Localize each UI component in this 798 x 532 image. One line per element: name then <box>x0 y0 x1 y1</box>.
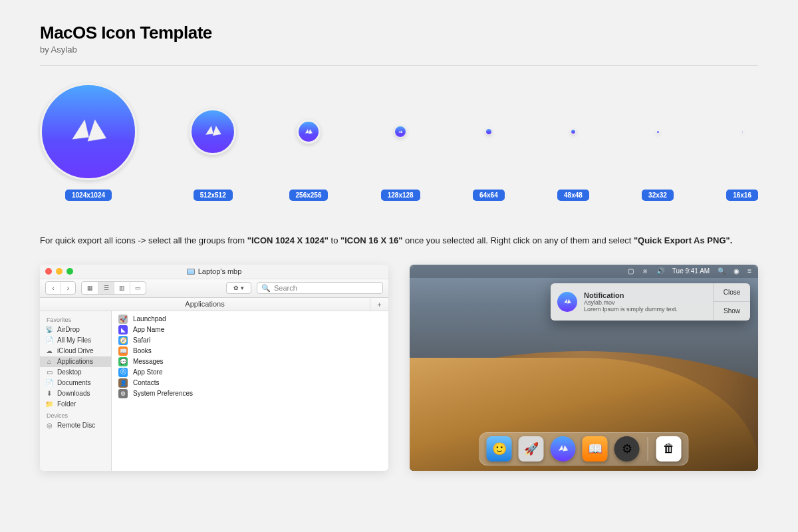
icon-size-256x256: 256x256 <box>289 82 329 201</box>
icon-size-32x32: 32x32 <box>642 82 674 201</box>
list-item[interactable]: 📖Books <box>112 346 388 356</box>
search-input[interactable]: 🔍 Search <box>257 282 383 294</box>
sidebar-item-icon: 📄 <box>45 336 53 344</box>
list-item[interactable]: ◣App Name <box>112 325 388 335</box>
zoom-window-icon[interactable] <box>66 268 73 275</box>
finder-titlebar[interactable]: Laptop's mbp <box>40 265 388 279</box>
sidebar-item-downloads[interactable]: ⬇︎Downloads <box>40 388 111 399</box>
sample-app-icon <box>190 108 236 155</box>
search-icon: 🔍 <box>261 284 271 293</box>
sample-app-icon <box>297 120 321 144</box>
back-button[interactable]: ‹ <box>46 282 61 294</box>
view-icon-grid-icon[interactable]: ▦ <box>82 282 98 294</box>
app-icon: Ⓐ <box>118 368 128 377</box>
spotlight-icon[interactable]: 🔍 <box>718 267 726 275</box>
list-item[interactable]: ⒶApp Store <box>112 367 388 378</box>
app-icon: 🚀 <box>118 315 128 324</box>
sidebar-item-icon: ⬇︎ <box>45 390 53 398</box>
sidebar-item-remote-disc[interactable]: ◎Remote Disc <box>40 420 111 431</box>
forward-button[interactable]: › <box>61 282 75 294</box>
dock-separator <box>648 437 648 461</box>
dock-books-icon[interactable]: 📖 <box>583 436 608 462</box>
sidebar-item-applications[interactable]: ⌂Applications <box>40 356 111 367</box>
notification-subtitle: Asylab.mov <box>584 299 713 306</box>
app-icon: ⚙︎ <box>118 389 128 398</box>
icon-size-1024x1024: 1024x1024 <box>40 82 137 201</box>
icon-size-512x512: 512x512 <box>190 82 236 201</box>
desktop-preview: ▢ ⨳ 🔊 Tue 9:41 AM 🔍 ◉ ≡ Notification Asy… <box>410 265 758 471</box>
dock-finder-icon[interactable]: 🙂 <box>487 436 512 462</box>
sidebar-item-icon: 📡 <box>45 326 53 334</box>
siri-icon[interactable]: ◉ <box>733 267 739 275</box>
list-item[interactable]: 👤Contacts <box>112 378 388 388</box>
notifications-icon[interactable]: ≡ <box>747 267 751 275</box>
view-columns-icon[interactable]: ▥ <box>114 282 130 294</box>
finder-path[interactable]: Applications <box>40 300 370 308</box>
size-badge: 512x512 <box>194 190 233 201</box>
app-icon: 📖 <box>118 346 128 356</box>
dock-trash-icon[interactable]: 🗑 <box>656 436 682 462</box>
sample-app-icon <box>571 129 576 134</box>
size-badge: 48x48 <box>557 190 589 201</box>
action-menu-button[interactable]: ✿ ▾ <box>226 282 251 294</box>
dock-launchpad-icon[interactable]: 🚀 <box>519 436 544 462</box>
icon-size-128x128: 128x128 <box>381 82 420 201</box>
list-item[interactable]: 🧭Safari <box>112 335 388 346</box>
view-gallery-icon[interactable]: ▭ <box>130 282 146 294</box>
notification-app-icon <box>557 292 577 312</box>
sidebar-item-folder[interactable]: 📁Folder <box>40 399 111 410</box>
notification-show-button[interactable]: Show <box>714 301 750 321</box>
finder-window-title: Laptop's mbp <box>198 267 242 275</box>
menubar[interactable]: ▢ ⨳ 🔊 Tue 9:41 AM 🔍 ◉ ≡ <box>410 265 758 278</box>
dock[interactable]: 🙂 🚀 📖 ⚙︎ 🗑 <box>479 432 689 466</box>
dock-settings-icon[interactable]: ⚙︎ <box>614 436 640 462</box>
notification-banner[interactable]: Notification Asylab.mov Lorem Ipsum is s… <box>551 283 750 321</box>
app-icon: 🧭 <box>118 336 128 345</box>
sidebar-item-icon: ▭ <box>45 368 53 376</box>
menubar-time[interactable]: Tue 9:41 AM <box>672 267 710 275</box>
header-divider <box>40 65 758 66</box>
size-badge: 64x64 <box>473 190 505 201</box>
icon-size-64x64: 64x64 <box>473 82 505 201</box>
sample-app-icon <box>485 128 492 135</box>
sidebar-item-icon: ☁︎ <box>45 347 53 355</box>
sidebar-section-devices: Devices <box>40 410 111 420</box>
close-window-icon[interactable] <box>45 268 52 275</box>
sample-app-icon <box>394 126 406 138</box>
sidebar-item-all-my-files[interactable]: 📄All My Files <box>40 335 111 346</box>
minimize-window-icon[interactable] <box>56 268 63 275</box>
page-title: MacOS Icon Template <box>40 23 758 43</box>
notification-title: Notification <box>584 291 713 299</box>
sidebar-item-desktop[interactable]: ▭Desktop <box>40 367 111 378</box>
sidebar-item-airdrop[interactable]: 📡AirDrop <box>40 325 111 335</box>
size-badge: 128x128 <box>381 190 420 201</box>
disc-icon: ◎ <box>45 422 53 430</box>
list-item[interactable]: ⚙︎System Preferences <box>112 388 388 399</box>
size-badge: 32x32 <box>642 190 674 201</box>
view-list-icon[interactable]: ☰ <box>98 282 114 294</box>
app-icon: ◣ <box>118 325 128 334</box>
icon-size-row: 1024x1024512x512256x256128x12864x6448x48… <box>40 82 758 201</box>
dock-appname-icon[interactable] <box>551 436 576 462</box>
icon-size-48x48: 48x48 <box>557 82 589 201</box>
notification-close-button[interactable]: Close <box>714 283 750 302</box>
add-tab-button[interactable]: + <box>370 298 388 311</box>
search-placeholder: Search <box>274 284 297 292</box>
app-icon: 💬 <box>118 357 128 366</box>
size-badge: 1024x1024 <box>65 190 112 201</box>
app-icon: 👤 <box>118 378 128 388</box>
list-item[interactable]: 🚀Launchpad <box>112 314 388 325</box>
sidebar-item-documents[interactable]: 📄Documents <box>40 378 111 388</box>
list-item[interactable]: 💬Messages <box>112 356 388 367</box>
wifi-icon[interactable]: ⨳ <box>642 267 648 275</box>
sidebar-item-icloud-drive[interactable]: ☁︎iCloud Drive <box>40 346 111 356</box>
sample-app-icon <box>741 131 743 133</box>
sidebar-item-icon: 📁 <box>45 400 53 408</box>
airplay-icon[interactable]: ▢ <box>628 267 634 275</box>
finder-toolbar: ‹ › ▦ ☰ ▥ ▭ ✿ ▾ 🔍 Search <box>40 279 388 298</box>
finder-file-list: 🚀Launchpad◣App Name🧭Safari📖Books💬Message… <box>112 311 388 471</box>
notification-body: Lorem Ipsum is simply dummy text. <box>584 306 713 313</box>
laptop-icon <box>187 269 195 275</box>
volume-icon[interactable]: 🔊 <box>656 267 664 275</box>
sample-app-icon <box>40 83 137 180</box>
